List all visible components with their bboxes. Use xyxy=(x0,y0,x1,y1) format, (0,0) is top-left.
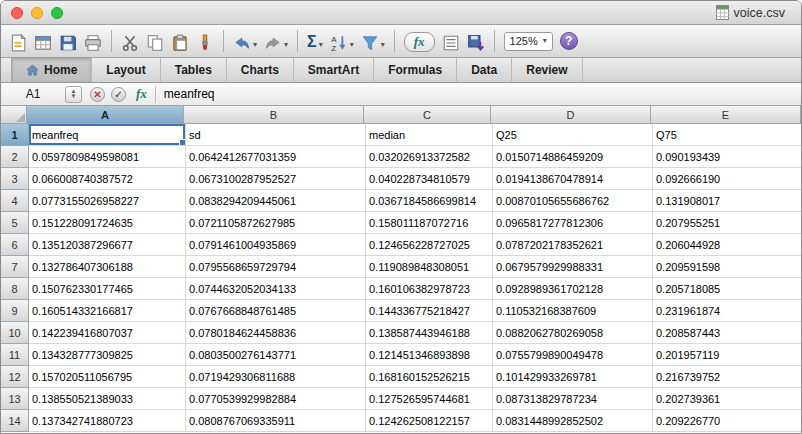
function-button[interactable]: fx xyxy=(404,30,435,52)
cell-E1[interactable]: Q75 xyxy=(653,124,801,146)
cell-E3[interactable]: 0.092666190 xyxy=(653,168,801,190)
row-header-9[interactable]: 9 xyxy=(1,300,29,322)
autosum-dropdown-icon[interactable]: ▾ xyxy=(319,40,323,52)
formula-list-button[interactable] xyxy=(442,30,460,52)
cell-D6[interactable]: 0.0787202178352621 xyxy=(493,234,653,256)
cell-D4[interactable]: 0.00870105655686762 xyxy=(493,190,653,212)
cell-C9[interactable]: 0.144336775218427 xyxy=(366,300,493,322)
zoom-window-button[interactable] xyxy=(51,7,63,19)
cell-E5[interactable]: 0.207955251 xyxy=(653,212,801,234)
name-box-stepper[interactable]: ▲▼ xyxy=(65,86,82,103)
cell-B7[interactable]: 0.0795568659729794 xyxy=(186,256,366,278)
cell-B5[interactable]: 0.0721105872627985 xyxy=(186,212,366,234)
cell-A6[interactable]: 0.135120387296677 xyxy=(29,234,186,256)
cell-D1[interactable]: Q25 xyxy=(493,124,653,146)
column-header-E[interactable]: E xyxy=(651,106,801,124)
filter-dropdown-icon[interactable]: ▾ xyxy=(381,40,385,52)
row-header-6[interactable]: 6 xyxy=(1,234,29,256)
cancel-button[interactable]: ✕ xyxy=(90,87,105,102)
cell-E12[interactable]: 0.216739752 xyxy=(653,366,801,388)
cell-D5[interactable]: 0.0965817277812306 xyxy=(493,212,653,234)
name-box[interactable]: A1 xyxy=(1,87,65,101)
cell-C10[interactable]: 0.138587443946188 xyxy=(366,322,493,344)
cell-E9[interactable]: 0.231961874 xyxy=(653,300,801,322)
cell-C1[interactable]: median xyxy=(366,124,493,146)
cell-B6[interactable]: 0.0791461004935869 xyxy=(186,234,366,256)
help-button[interactable]: ? xyxy=(560,32,578,50)
cut-button[interactable] xyxy=(121,30,139,52)
cell-E7[interactable]: 0.209591598 xyxy=(653,256,801,278)
cell-B11[interactable]: 0.0803500276143771 xyxy=(186,344,366,366)
row-header-5[interactable]: 5 xyxy=(1,212,29,234)
cell-B14[interactable]: 0.0808767069335911 xyxy=(186,410,366,432)
filter-button[interactable]: ▾ xyxy=(361,30,385,52)
tab-layout[interactable]: Layout xyxy=(92,58,160,82)
cell-D11[interactable]: 0.0755799890049478 xyxy=(493,344,653,366)
cell-D9[interactable]: 0.110532168387609 xyxy=(493,300,653,322)
row-header-11[interactable]: 11 xyxy=(1,344,29,366)
row-header-13[interactable]: 13 xyxy=(1,388,29,410)
cell-C12[interactable]: 0.168160152526215 xyxy=(366,366,493,388)
row-header-14[interactable]: 14 xyxy=(1,410,29,432)
cell-B12[interactable]: 0.0719429306811688 xyxy=(186,366,366,388)
sort-dropdown-icon[interactable]: ▾ xyxy=(350,40,354,52)
cell-E4[interactable]: 0.131908017 xyxy=(653,190,801,212)
formula-input[interactable]: meanfreq xyxy=(164,87,215,101)
close-button[interactable] xyxy=(11,7,23,19)
cell-D10[interactable]: 0.0882062780269058 xyxy=(493,322,653,344)
cell-B10[interactable]: 0.0780184624458836 xyxy=(186,322,366,344)
cell-A14[interactable]: 0.137342741880723 xyxy=(29,410,186,432)
undo-button[interactable]: ▾ xyxy=(233,30,257,52)
tab-tables[interactable]: Tables xyxy=(161,58,227,82)
cell-B1[interactable]: sd xyxy=(186,124,366,146)
sort-button[interactable]: AZ ▾ xyxy=(330,30,354,52)
cell-E14[interactable]: 0.209226770 xyxy=(653,410,801,432)
export-button[interactable] xyxy=(467,30,485,52)
print-button[interactable] xyxy=(84,30,102,52)
format-painter-button[interactable] xyxy=(196,30,214,52)
cell-B4[interactable]: 0.0838294209445061 xyxy=(186,190,366,212)
cell-E6[interactable]: 0.206044928 xyxy=(653,234,801,256)
autosum-button[interactable]: Σ ▾ xyxy=(307,30,323,52)
cell-A11[interactable]: 0.134328777309825 xyxy=(29,344,186,366)
cell-B3[interactable]: 0.0673100287952527 xyxy=(186,168,366,190)
row-header-10[interactable]: 10 xyxy=(1,322,29,344)
cell-A12[interactable]: 0.157020511056795 xyxy=(29,366,186,388)
cell-B9[interactable]: 0.0767668848761485 xyxy=(186,300,366,322)
select-all-corner[interactable] xyxy=(1,106,27,124)
cell-A1[interactable]: meanfreq xyxy=(29,124,186,146)
tab-smartart[interactable]: SmartArt xyxy=(294,58,374,82)
new-workbook-button[interactable] xyxy=(9,30,27,52)
redo-button[interactable]: ▾ xyxy=(264,30,288,52)
cell-C14[interactable]: 0.124262508122157 xyxy=(366,410,493,432)
cell-C7[interactable]: 0.119089848308051 xyxy=(366,256,493,278)
cell-A2[interactable]: 0.0597809849598081 xyxy=(29,146,186,168)
row-header-2[interactable]: 2 xyxy=(1,146,29,168)
accept-button[interactable]: ✓ xyxy=(111,87,126,102)
cell-D7[interactable]: 0.0679579929988331 xyxy=(493,256,653,278)
zoom-dropdown[interactable]: 125% ▾ xyxy=(504,32,553,51)
row-header-12[interactable]: 12 xyxy=(1,366,29,388)
cell-C6[interactable]: 0.124656228727025 xyxy=(366,234,493,256)
open-button[interactable] xyxy=(34,30,52,52)
tab-formulas[interactable]: Formulas xyxy=(374,58,457,82)
cell-D8[interactable]: 0.0928989361702128 xyxy=(493,278,653,300)
cell-C8[interactable]: 0.160106382978723 xyxy=(366,278,493,300)
cell-A8[interactable]: 0.150762330177465 xyxy=(29,278,186,300)
cell-E13[interactable]: 0.202739361 xyxy=(653,388,801,410)
column-header-C[interactable]: C xyxy=(364,106,491,124)
cell-C4[interactable]: 0.0367184586699814 xyxy=(366,190,493,212)
cell-E8[interactable]: 0.205718085 xyxy=(653,278,801,300)
cell-C5[interactable]: 0.158011187072716 xyxy=(366,212,493,234)
cell-A9[interactable]: 0.160514332166817 xyxy=(29,300,186,322)
cell-D12[interactable]: 0.101429933269781 xyxy=(493,366,653,388)
cell-D3[interactable]: 0.0194138670478914 xyxy=(493,168,653,190)
cell-A7[interactable]: 0.132786407306188 xyxy=(29,256,186,278)
column-header-D[interactable]: D xyxy=(491,106,651,124)
save-button[interactable] xyxy=(59,30,77,52)
cell-A10[interactable]: 0.142239416807037 xyxy=(29,322,186,344)
row-header-3[interactable]: 3 xyxy=(1,168,29,190)
cell-E11[interactable]: 0.201957119 xyxy=(653,344,801,366)
cell-A3[interactable]: 0.066008740387572 xyxy=(29,168,186,190)
tab-data[interactable]: Data xyxy=(457,58,512,82)
